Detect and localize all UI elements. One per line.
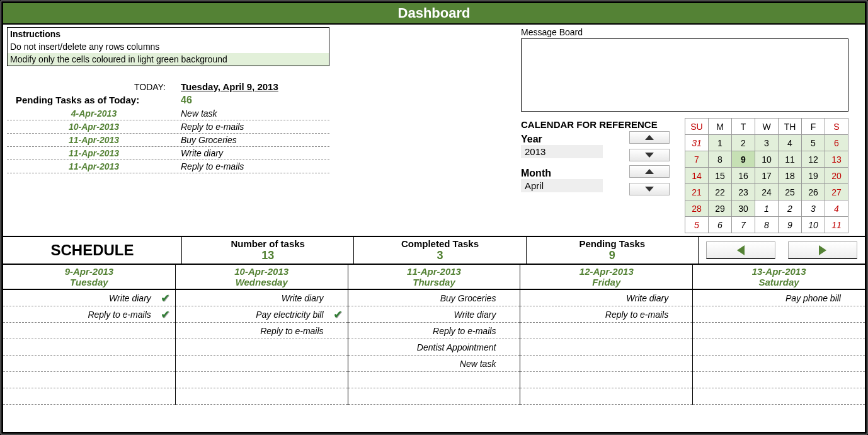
schedule-next-button[interactable] xyxy=(788,241,857,259)
mini-cal-day[interactable]: 1 xyxy=(709,135,732,151)
mini-cal-day[interactable]: 2 xyxy=(779,200,802,217)
schedule-task-cell[interactable] xyxy=(3,356,175,372)
mini-cal-day[interactable]: 6 xyxy=(825,135,848,151)
schedule-task-cell[interactable] xyxy=(520,356,692,372)
schedule-task-cell[interactable] xyxy=(693,372,865,388)
year-up-button[interactable] xyxy=(629,131,670,144)
mini-cal-day[interactable]: 5 xyxy=(802,135,825,151)
schedule-task-cell[interactable] xyxy=(3,388,175,405)
schedule-task-cell[interactable] xyxy=(3,339,175,356)
mini-cal-day[interactable]: 23 xyxy=(732,184,755,200)
mini-cal-day[interactable]: 26 xyxy=(802,184,825,200)
pending-date: 11-Apr-2013 xyxy=(7,161,181,171)
mini-cal-day[interactable]: 18 xyxy=(779,168,802,184)
schedule-task-cell[interactable] xyxy=(520,372,692,388)
mini-cal-day[interactable]: 3 xyxy=(802,200,825,217)
mini-cal-day[interactable]: 31 xyxy=(685,135,709,151)
message-board-box[interactable] xyxy=(521,38,848,112)
schedule-task-cell[interactable] xyxy=(348,372,520,388)
mini-cal-day[interactable]: 10 xyxy=(755,151,779,168)
mini-cal-day[interactable]: 24 xyxy=(755,184,779,200)
schedule-task-cell[interactable]: New task xyxy=(348,356,520,372)
mini-cal-day[interactable]: 8 xyxy=(709,151,732,168)
schedule-day-column: Buy GroceriesWrite diaryReply to e-mails… xyxy=(348,290,521,405)
schedule-task-check[interactable]: ✔ xyxy=(329,309,348,320)
schedule-task-cell[interactable] xyxy=(520,339,692,356)
mini-cal-day[interactable]: 7 xyxy=(732,217,755,233)
schedule-task-cell[interactable] xyxy=(520,388,692,405)
year-down-button[interactable] xyxy=(629,149,670,161)
schedule-task-cell[interactable] xyxy=(520,323,692,339)
mini-cal-day[interactable]: 5 xyxy=(685,217,709,233)
schedule-task-cell[interactable] xyxy=(348,388,520,405)
mini-cal-day[interactable]: 11 xyxy=(779,151,802,168)
mini-cal-day[interactable]: 6 xyxy=(709,217,732,233)
mini-cal-day[interactable]: 2 xyxy=(732,135,755,151)
mini-cal-day[interactable]: 20 xyxy=(825,168,848,184)
schedule-task-cell[interactable]: Write diary xyxy=(348,306,520,323)
mini-cal-day[interactable]: 22 xyxy=(709,184,732,200)
schedule-task-cell[interactable] xyxy=(693,339,865,356)
schedule-task-text: Pay electricity bill xyxy=(176,310,329,320)
mini-cal-day[interactable]: 28 xyxy=(685,200,709,217)
mini-cal-day[interactable]: 9 xyxy=(732,151,755,168)
mini-cal-day[interactable]: 21 xyxy=(685,184,709,200)
schedule-task-cell[interactable] xyxy=(693,323,865,339)
schedule-task-cell[interactable] xyxy=(3,372,175,388)
schedule-task-cell[interactable] xyxy=(693,356,865,372)
mini-cal-day[interactable]: 3 xyxy=(755,135,779,151)
month-down-button[interactable] xyxy=(629,183,670,195)
page-title: Dashboard xyxy=(3,3,865,25)
mini-cal-day[interactable]: 29 xyxy=(709,200,732,217)
schedule-task-cell[interactable]: Dentist Appointment xyxy=(348,339,520,356)
check-icon: ✔ xyxy=(161,308,170,321)
mini-cal-day[interactable]: 1 xyxy=(755,200,779,217)
schedule-task-cell[interactable]: Reply to e-mails xyxy=(520,306,692,323)
schedule-task-cell[interactable]: Pay electricity bill✔ xyxy=(176,306,348,323)
month-value[interactable]: April xyxy=(521,179,603,192)
mini-cal-header: W xyxy=(755,119,779,135)
pending-count: 46 xyxy=(181,95,192,106)
schedule-task-check[interactable]: ✔ xyxy=(156,309,175,320)
schedule-task-cell[interactable] xyxy=(693,388,865,405)
schedule-task-cell[interactable]: Write diary✔ xyxy=(3,290,175,306)
mini-cal-day[interactable]: 30 xyxy=(732,200,755,217)
mini-cal-day[interactable]: 8 xyxy=(755,217,779,233)
schedule-task-check[interactable]: ✔ xyxy=(156,293,175,304)
schedule-task-cell[interactable] xyxy=(176,372,348,388)
schedule-task-cell[interactable]: Reply to e-mails✔ xyxy=(3,306,175,323)
schedule-task-cell[interactable] xyxy=(3,323,175,339)
mini-cal-day[interactable]: 4 xyxy=(825,200,848,217)
mini-cal-day[interactable]: 13 xyxy=(825,151,848,168)
schedule-prev-button[interactable] xyxy=(706,241,775,259)
num-tasks-label: Number of tasks xyxy=(182,238,353,249)
mini-cal-day[interactable]: 25 xyxy=(779,184,802,200)
schedule-task-cell[interactable]: Reply to e-mails xyxy=(348,323,520,339)
schedule-task-cell[interactable] xyxy=(176,388,348,405)
schedule-task-cell[interactable]: Reply to e-mails xyxy=(176,323,348,339)
mini-calendar: SUMTWTHFS3112345678910111213141516171819… xyxy=(685,118,848,233)
mini-cal-day[interactable]: 12 xyxy=(802,151,825,168)
schedule-task-cell[interactable]: Write diary xyxy=(176,290,348,306)
mini-cal-day[interactable]: 10 xyxy=(802,217,825,233)
schedule-task-cell[interactable]: Buy Groceries xyxy=(348,290,520,306)
mini-cal-day[interactable]: 9 xyxy=(779,217,802,233)
schedule-task-cell[interactable] xyxy=(176,339,348,356)
schedule-task-cell[interactable]: Write diary xyxy=(520,290,692,306)
mini-cal-day[interactable]: 19 xyxy=(802,168,825,184)
mini-cal-day[interactable]: 27 xyxy=(825,184,848,200)
schedule-task-cell[interactable]: Pay phone bill xyxy=(693,290,865,306)
mini-cal-day[interactable]: 17 xyxy=(755,168,779,184)
schedule-day-column: Write diaryReply to e-mails xyxy=(520,290,693,405)
schedule-task-cell[interactable] xyxy=(693,306,865,323)
mini-cal-day[interactable]: 16 xyxy=(732,168,755,184)
mini-cal-day[interactable]: 14 xyxy=(685,168,709,184)
mini-cal-day[interactable]: 4 xyxy=(779,135,802,151)
day-header-date: 12-Apr-2013 xyxy=(520,266,692,277)
month-up-button[interactable] xyxy=(629,165,670,178)
mini-cal-day[interactable]: 7 xyxy=(685,151,709,168)
year-value[interactable]: 2013 xyxy=(521,145,603,158)
mini-cal-day[interactable]: 11 xyxy=(825,217,848,233)
schedule-task-cell[interactable] xyxy=(176,356,348,372)
mini-cal-day[interactable]: 15 xyxy=(709,168,732,184)
